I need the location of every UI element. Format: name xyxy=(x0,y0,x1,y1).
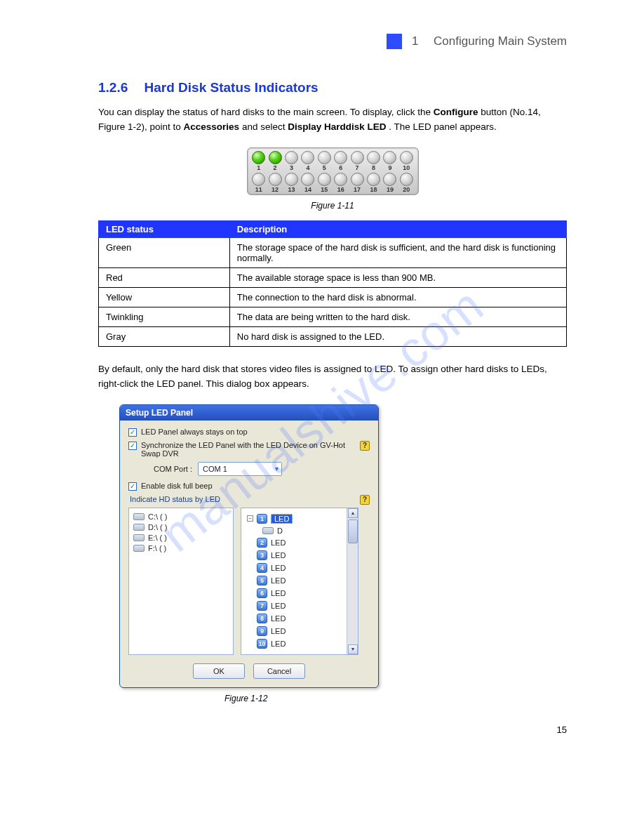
chk1-label: LED Panel always stays on top xyxy=(141,428,248,436)
th-description: Description xyxy=(229,220,566,237)
tree-label: LED xyxy=(271,551,286,560)
tree-node[interactable]: −1LED xyxy=(247,512,355,525)
led-indicator-off xyxy=(269,173,282,186)
led-cell: 12 xyxy=(268,173,282,193)
drive-item[interactable]: C:\ ( ) xyxy=(133,512,229,521)
tree-node[interactable]: 9LED xyxy=(257,625,355,637)
td-status: Twinkling xyxy=(99,307,230,326)
led-cell: 10 xyxy=(399,151,413,171)
tree-sub-item[interactable]: D xyxy=(262,525,355,536)
scroll-up-button[interactable]: ▴ xyxy=(348,508,358,518)
node-badge-icon: 5 xyxy=(257,576,267,585)
tree-node[interactable]: 3LED xyxy=(257,549,355,562)
led-indicator-off xyxy=(252,173,265,186)
scroll-thumb[interactable] xyxy=(348,519,358,543)
drive-item[interactable]: D:\ ( ) xyxy=(133,523,229,531)
checkbox-icon[interactable]: ✓ xyxy=(128,442,137,450)
tree-label: LED xyxy=(271,538,286,547)
td-status: Red xyxy=(99,267,230,287)
drive-list[interactable]: C:\ ( )D:\ ( )E:\ ( )F:\ ( ) xyxy=(128,508,234,655)
help-icon[interactable]: ? xyxy=(360,441,370,451)
drive-item[interactable]: E:\ ( ) xyxy=(133,534,229,542)
td-desc: The available storage space is less than… xyxy=(229,267,566,287)
checkbox-row-sync[interactable]: ✓ Synchronize the LED Panel with the LED… xyxy=(128,441,370,458)
node-badge-icon: 6 xyxy=(257,588,267,598)
node-badge-icon: 1 xyxy=(257,514,267,524)
drive-label: F:\ ( ) xyxy=(148,544,166,552)
led-number: 1 xyxy=(251,164,265,171)
tree-node[interactable]: 8LED xyxy=(257,612,355,625)
led-indicator-off xyxy=(400,151,413,164)
node-badge-icon: 10 xyxy=(257,639,267,649)
ok-button[interactable]: OK xyxy=(193,663,245,679)
comport-combo[interactable]: COM 1 ▾ xyxy=(198,462,282,476)
drive-icon xyxy=(262,527,274,534)
scrollbar[interactable]: ▴ ▾ xyxy=(347,508,358,654)
tree-node[interactable]: 6LED xyxy=(257,587,355,600)
dialog-title: Setup LED Panel xyxy=(120,405,378,421)
hd-status-label: Indicate HD status by LED ? xyxy=(130,495,370,503)
cancel-button[interactable]: Cancel xyxy=(253,663,305,679)
drive-icon xyxy=(133,545,145,552)
led-indicator-off xyxy=(318,173,331,186)
checkbox-row-beep[interactable]: ✓ Enable disk full beep xyxy=(128,482,370,491)
node-badge-icon: 8 xyxy=(257,614,267,623)
tree-node[interactable]: 10LED xyxy=(257,637,355,650)
led-cell: 17 xyxy=(350,173,364,193)
led-cell: 15 xyxy=(317,173,331,193)
td-desc: The storage space of the hard disk is su… xyxy=(229,237,566,267)
led-cell: 20 xyxy=(399,173,413,193)
drive-icon xyxy=(133,534,145,541)
led-number: 18 xyxy=(366,186,380,193)
intro-paragraph: You can display the status of hard disks… xyxy=(98,105,567,135)
td-status: Gray xyxy=(99,326,230,346)
scroll-down-button[interactable]: ▾ xyxy=(348,644,358,654)
tree-label: LED xyxy=(271,589,286,597)
header-page-number: 1 xyxy=(412,34,418,48)
led-indicator-off xyxy=(383,173,396,186)
tree-node[interactable]: 4LED xyxy=(257,562,355,574)
checkbox-row-stay-on-top[interactable]: ✓ LED Panel always stays on top xyxy=(128,428,370,437)
intro-text-3: and select xyxy=(242,121,288,132)
checkbox-icon[interactable]: ✓ xyxy=(128,482,137,491)
chk2-label: Synchronize the LED Panel with the LED D… xyxy=(141,441,351,458)
led-status-table: LED status Description GreenThe storage … xyxy=(98,220,567,347)
section-heading: Hard Disk Status Indicators xyxy=(145,80,318,95)
led-number: 5 xyxy=(317,164,331,171)
intro-text-4: . The LED panel appears. xyxy=(389,121,497,132)
led-number: 8 xyxy=(366,164,380,171)
led-indicator-off xyxy=(334,173,347,186)
tree-node[interactable]: 7LED xyxy=(257,600,355,612)
led-indicator-off xyxy=(334,151,347,164)
checkbox-icon[interactable]: ✓ xyxy=(128,428,137,437)
led-tree[interactable]: −1LEDD2LED3LED4LED5LED6LED7LED8LED9LED10… xyxy=(241,508,358,655)
intro-bold-3: Display Harddisk LED xyxy=(288,121,386,132)
figure-caption-1: Figure 1-11 xyxy=(98,201,567,211)
help-icon[interactable]: ? xyxy=(360,495,370,505)
led-number: 16 xyxy=(334,186,348,193)
led-indicator-off xyxy=(400,173,413,186)
led-cell: 13 xyxy=(284,173,298,193)
led-indicator-off xyxy=(285,173,298,186)
led-panel: 12345678910 11121314151617181920 xyxy=(247,147,419,195)
led-number: 9 xyxy=(383,164,397,171)
tree-label-selected[interactable]: LED xyxy=(271,514,293,524)
led-indicator-green xyxy=(269,151,282,164)
collapse-icon[interactable]: − xyxy=(247,515,253,522)
tree-node[interactable]: 5LED xyxy=(257,574,355,587)
led-number: 13 xyxy=(284,186,298,193)
led-number: 14 xyxy=(301,186,315,193)
led-cell: 2 xyxy=(268,151,282,171)
led-indicator-off xyxy=(351,151,364,164)
node-badge-icon: 2 xyxy=(257,538,267,548)
led-cell: 4 xyxy=(301,151,315,171)
led-indicator-off xyxy=(318,151,331,164)
drive-item[interactable]: F:\ ( ) xyxy=(133,544,229,552)
figure-caption-2: Figure 1-12 xyxy=(224,694,567,703)
led-indicator-off xyxy=(367,173,380,186)
led-cell: 3 xyxy=(284,151,298,171)
tree-node[interactable]: 2LED xyxy=(257,536,355,549)
tree-label: LED xyxy=(271,564,286,572)
led-indicator-off xyxy=(301,173,314,186)
led-number: 2 xyxy=(268,164,282,171)
